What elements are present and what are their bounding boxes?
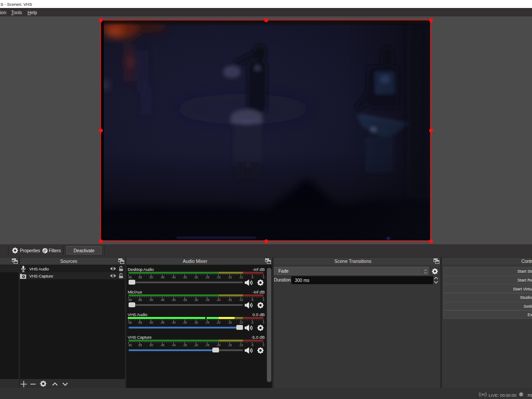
svg-text:-55: -55 (138, 276, 142, 279)
svg-text:-10: -10 (239, 298, 243, 301)
svg-text:-55: -55 (138, 344, 142, 347)
svg-text:-5: -5 (251, 321, 254, 324)
svg-text:-10: -10 (239, 344, 243, 347)
svg-text:-35: -35 (183, 298, 187, 301)
svg-text:-35: -35 (183, 276, 187, 279)
svg-text:-45: -45 (160, 344, 164, 347)
svg-text:-20: -20 (216, 276, 221, 279)
svg-text:-45: -45 (160, 321, 164, 324)
svg-text:-30: -30 (194, 344, 198, 347)
svg-text:-60: -60 (128, 298, 132, 301)
svg-text:-15: -15 (227, 321, 232, 324)
svg-text:-50: -50 (149, 298, 153, 301)
svg-text:-45: -45 (160, 298, 164, 301)
svg-text:-30: -30 (194, 298, 198, 301)
svg-text:-35: -35 (183, 321, 187, 324)
svg-text:-50: -50 (149, 276, 153, 279)
svg-text:-35: -35 (183, 344, 187, 347)
svg-text:-30: -30 (194, 276, 198, 279)
svg-text:-60: -60 (128, 344, 132, 347)
svg-text:-60: -60 (128, 276, 132, 279)
svg-text:-25: -25 (205, 298, 210, 301)
svg-text:-15: -15 (227, 344, 232, 347)
svg-text:-25: -25 (205, 276, 210, 279)
svg-text:-55: -55 (138, 321, 142, 324)
svg-text:0: 0 (262, 276, 264, 279)
svg-text:-50: -50 (149, 321, 153, 324)
svg-text:-10: -10 (239, 276, 243, 279)
svg-text:-15: -15 (227, 276, 232, 279)
svg-text:-15: -15 (227, 298, 232, 301)
svg-text:-40: -40 (172, 298, 176, 301)
svg-text:-50: -50 (149, 344, 153, 347)
svg-text:-55: -55 (138, 298, 142, 301)
svg-text:-20: -20 (216, 321, 221, 324)
svg-text:-40: -40 (172, 276, 176, 279)
svg-text:-25: -25 (205, 321, 210, 324)
svg-text:-20: -20 (216, 298, 221, 301)
svg-text:-30: -30 (194, 321, 198, 324)
svg-text:-20: -20 (216, 344, 221, 347)
svg-text:-5: -5 (251, 344, 254, 347)
svg-text:-60: -60 (128, 321, 132, 324)
svg-text:0: 0 (262, 321, 264, 324)
svg-text:-40: -40 (172, 344, 176, 347)
svg-text:-5: -5 (251, 276, 254, 279)
svg-text:-5: -5 (251, 298, 254, 301)
svg-text:-40: -40 (172, 321, 176, 324)
svg-text:0: 0 (262, 298, 264, 301)
svg-text:-10: -10 (239, 321, 243, 324)
svg-text:-45: -45 (160, 276, 164, 279)
svg-text:-25: -25 (205, 344, 210, 347)
svg-text:0: 0 (262, 344, 264, 347)
